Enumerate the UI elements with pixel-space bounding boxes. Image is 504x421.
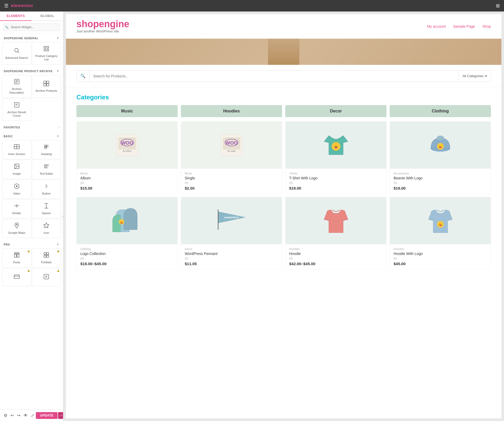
svg-text:😛: 😛	[438, 222, 442, 226]
product-card-tshirt[interactable]: 😛 Tshirts T-Shirt With Logo (0) $18.00	[285, 121, 387, 194]
hero-image	[268, 39, 299, 65]
grid-icon[interactable]: ⊞	[496, 3, 500, 9]
product-image-pennant: WORDPRESS	[181, 197, 282, 244]
category-card-decor[interactable]: Decor	[285, 105, 387, 117]
search-bar-area: 🔍 All Categories ▾	[66, 65, 501, 87]
eye-icon[interactable]: 👁	[22, 412, 29, 419]
section-pro[interactable]: PRO ▼	[0, 240, 63, 248]
category-grid: Music Hoodies Decor Clothing	[76, 105, 491, 117]
widget-button[interactable]: Button	[32, 180, 61, 199]
hero-area	[66, 39, 501, 65]
section-shopengine-general[interactable]: SHOPENGINE GENERAL ▼	[0, 34, 63, 42]
section-favorites-title: FAVORITES	[4, 126, 20, 129]
svg-line-1	[18, 52, 19, 53]
svg-point-34	[16, 224, 17, 225]
nav-my-account[interactable]: My account	[427, 24, 446, 29]
section-shopengine-product-archive[interactable]: SHOPENGINE PRODUCT ARCHIVE ▼	[0, 67, 63, 75]
widget-portfolio[interactable]: 🔒 Portfolio	[32, 248, 61, 268]
site-header: shopengine Just another WordPress site M…	[66, 14, 501, 39]
widget-pro-a[interactable]: 🔒	[2, 268, 31, 286]
category-label-hoodies: Hoodies	[181, 105, 282, 117]
update-button[interactable]: UPDATE	[36, 412, 58, 419]
widget-text-editor[interactable]: Text Editor	[32, 160, 61, 179]
product-price-hoodie: $42.00–$45.00	[289, 261, 383, 266]
svg-rect-42	[47, 255, 49, 257]
redo-icon[interactable]: ↪	[15, 411, 22, 419]
svg-text:😛: 😛	[438, 144, 443, 149]
widget-archive-description[interactable]: Archive Description	[2, 75, 31, 98]
category-card-music[interactable]: Music	[76, 105, 178, 117]
product-card-album[interactable]: WOO the album Music Album (0) $15.00	[76, 121, 178, 194]
widget-inner-section[interactable]: Inner Section	[2, 140, 31, 159]
sidebar: ELEMENTS GLOBAL SHOPENGINE GENERAL ▼ Adv	[0, 12, 63, 421]
preview-area: shopengine Just another WordPress site M…	[63, 12, 504, 421]
site-logo-name: shopengine	[76, 19, 129, 29]
product-info-beanie: Accessories Beanie With Logo (0) $18.00	[390, 169, 491, 194]
product-name-logo-collection: Logo Collection	[80, 252, 174, 256]
svg-point-0	[15, 48, 18, 52]
product-card-beanie[interactable]: 😛 Accessories Beanie With Logo (0) $18.0…	[390, 121, 491, 194]
tab-global[interactable]: GLOBAL	[32, 12, 63, 20]
image-icon	[14, 163, 20, 170]
product-category-logo-collection: Clothing	[80, 247, 174, 251]
widget-advanced-search-label: Advanced Search	[5, 56, 28, 60]
pro-b-lock-icon: 🔒	[57, 269, 60, 272]
product-name-pennant: WordPress Pennant	[185, 252, 278, 256]
settings-icon[interactable]: ⚙	[2, 411, 9, 419]
widget-spacer[interactable]: Spacer	[32, 199, 61, 218]
section-favorites[interactable]: FAVORITES ›	[0, 123, 63, 132]
widget-archive-products[interactable]: Archive Products	[32, 75, 61, 98]
widget-pro-b[interactable]: 🔒	[32, 268, 61, 286]
widget-product-category-list[interactable]: Product Category List	[32, 42, 61, 65]
category-card-hoodies[interactable]: Hoodies	[181, 105, 282, 117]
site-logo-tagline: Just another WordPress site	[76, 29, 129, 33]
search-bar-category-dropdown[interactable]: All Categories ▾	[458, 71, 491, 81]
category-label-music: Music	[76, 105, 178, 117]
product-info-pennant: Decor WordPress Pennant (0) $11.05	[181, 244, 282, 269]
widget-archive-products-label: Archive Products	[36, 89, 57, 93]
widget-heading[interactable]: H Heading	[32, 140, 61, 159]
categories-section: Categories Music Hoodies Decor Clothing	[66, 87, 501, 279]
svg-rect-40	[47, 253, 49, 255]
undo-icon[interactable]: ↩	[9, 411, 15, 419]
product-card-logo-collection[interactable]: 😛 Clothing Logo Collection (0) $18.00–$4…	[76, 197, 178, 269]
view-icon[interactable]: ⤢	[29, 411, 36, 419]
widget-image[interactable]: Image	[2, 160, 31, 179]
widget-icon[interactable]: Icon	[32, 219, 61, 238]
widget-google-maps[interactable]: Google Maps	[2, 219, 31, 238]
svg-text:the single: the single	[227, 150, 236, 152]
tab-elements[interactable]: ELEMENTS	[0, 12, 32, 21]
product-card-single[interactable]: WOO the single Music Single (0) $2.00	[181, 121, 282, 194]
product-category-list-icon	[43, 45, 49, 53]
product-image-logo-collection: 😛	[77, 197, 177, 244]
widget-archive-result-count[interactable]: Archive Result Count	[2, 98, 31, 121]
widget-video[interactable]: Video	[2, 180, 31, 199]
hamburger-icon[interactable]: ☰	[4, 3, 8, 9]
shopengine-archive-grid: Archive Description Archive Products Arc…	[0, 75, 63, 123]
product-card-hoodie[interactable]: Hoodies Hoodie (0) $42.00–$45.00	[285, 197, 387, 269]
search-bar-input[interactable]	[89, 71, 458, 81]
products-grid-row1: WOO the album Music Album (0) $15.00	[76, 121, 491, 194]
product-card-hoodie-with-logo[interactable]: 😛 Hoodies Hoodie With Logo (0) $45.00	[390, 197, 491, 269]
nav-shop[interactable]: Shop	[482, 24, 491, 29]
svg-rect-3	[47, 46, 49, 48]
svg-text:😛: 😛	[334, 144, 339, 149]
widget-posts[interactable]: 🔒 Posts	[2, 248, 31, 268]
svg-rect-41	[44, 255, 46, 257]
widget-advanced-search[interactable]: Advanced Search	[2, 42, 31, 65]
category-card-clothing[interactable]: Clothing	[390, 105, 491, 117]
nav-sample-page[interactable]: Sample Page	[453, 24, 475, 29]
site-nav: My account Sample Page Shop	[427, 24, 491, 29]
widget-heading-label: Heading	[41, 152, 52, 156]
svg-rect-11	[47, 81, 49, 83]
section-pro-title: PRO	[4, 243, 10, 246]
product-card-pennant[interactable]: WORDPRESS Decor WordPress Pennant (0) $1…	[181, 197, 282, 269]
section-basic[interactable]: BASIC ▼	[0, 132, 63, 140]
product-name-album: Album	[80, 176, 174, 180]
svg-text:WORDPRESS: WORDPRESS	[224, 216, 239, 219]
widget-divider[interactable]: Divider	[2, 199, 31, 218]
widget-button-label: Button	[42, 192, 51, 195]
svg-rect-5	[47, 49, 49, 51]
update-minus-button[interactable]: −	[58, 412, 63, 419]
search-input[interactable]	[3, 24, 60, 31]
